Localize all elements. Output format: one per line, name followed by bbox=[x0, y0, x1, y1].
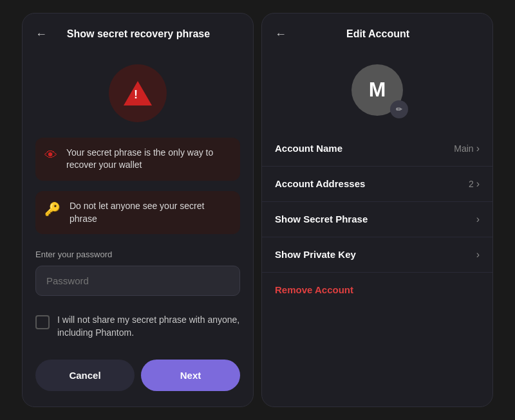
account-name-label: Account Name bbox=[275, 143, 342, 154]
password-section: Enter your password bbox=[23, 234, 253, 304]
chevron-icon-secret: › bbox=[476, 214, 480, 225]
right-panel: ← Edit Account M ✏ Account Name Main › A… bbox=[261, 13, 493, 408]
checkbox-label: I will not share my secret phrase with a… bbox=[57, 314, 240, 339]
avatar-letter: M bbox=[369, 78, 386, 102]
warning-icon-circle bbox=[109, 64, 167, 122]
eye-icon: 👁 bbox=[44, 148, 57, 163]
chevron-icon-account-name: › bbox=[476, 143, 480, 154]
back-button-left[interactable]: ← bbox=[33, 25, 50, 44]
account-name-value: Main › bbox=[454, 143, 480, 154]
back-button-right[interactable]: ← bbox=[272, 25, 289, 44]
chevron-icon-addresses: › bbox=[476, 178, 480, 190]
menu-item-show-private-key[interactable]: Show Private Key › bbox=[262, 237, 492, 273]
warning-text-1: Your secret phrase is the only way to re… bbox=[66, 147, 231, 172]
show-secret-phrase-label: Show Secret Phrase bbox=[275, 214, 368, 224]
key-icon: 🔑 bbox=[44, 201, 61, 217]
menu-item-account-name[interactable]: Account Name Main › bbox=[262, 131, 492, 167]
checkbox-section: I will not share my secret phrase with a… bbox=[23, 304, 253, 349]
menu-list: Account Name Main › Account Addresses 2 … bbox=[262, 131, 492, 315]
warning-items: 👁 Your secret phrase is the only way to … bbox=[23, 138, 253, 234]
right-header: ← Edit Account bbox=[262, 14, 492, 51]
menu-item-remove-account[interactable]: Remove Account bbox=[262, 273, 492, 307]
warning-item-2: 🔑 Do not let anyone see your secret phra… bbox=[35, 191, 240, 234]
right-panel-title: Edit Account bbox=[289, 28, 467, 40]
account-addresses-value: 2 › bbox=[469, 178, 480, 190]
left-panel-footer: Cancel Next bbox=[23, 349, 253, 406]
chevron-icon-private-key: › bbox=[476, 249, 480, 260]
left-header: ← Show secret recovery phrase bbox=[23, 14, 253, 51]
show-secret-phrase-arrow: › bbox=[476, 214, 480, 225]
warning-text-2: Do not let anyone see your secret phrase bbox=[70, 200, 231, 225]
remove-account-label: Remove Account bbox=[275, 284, 353, 295]
avatar-edit-button[interactable]: ✏ bbox=[390, 100, 408, 118]
left-panel: ← Show secret recovery phrase 👁 Your sec… bbox=[22, 13, 254, 408]
cancel-button[interactable]: Cancel bbox=[35, 360, 135, 391]
next-button[interactable]: Next bbox=[141, 360, 240, 391]
avatar-section: M ✏ bbox=[262, 51, 492, 131]
password-input[interactable] bbox=[35, 266, 240, 296]
menu-item-account-addresses[interactable]: Account Addresses 2 › bbox=[262, 167, 492, 202]
warning-triangle-icon bbox=[124, 81, 152, 105]
agreement-checkbox[interactable] bbox=[35, 315, 50, 329]
left-panel-title: Show secret recovery phrase bbox=[50, 28, 227, 40]
password-label: Enter your password bbox=[35, 250, 240, 259]
account-addresses-label: Account Addresses bbox=[275, 178, 365, 189]
show-private-key-arrow: › bbox=[476, 249, 480, 260]
menu-item-show-secret-phrase[interactable]: Show Secret Phrase › bbox=[262, 202, 492, 237]
warning-item-1: 👁 Your secret phrase is the only way to … bbox=[35, 138, 240, 181]
show-private-key-label: Show Private Key bbox=[275, 249, 356, 260]
